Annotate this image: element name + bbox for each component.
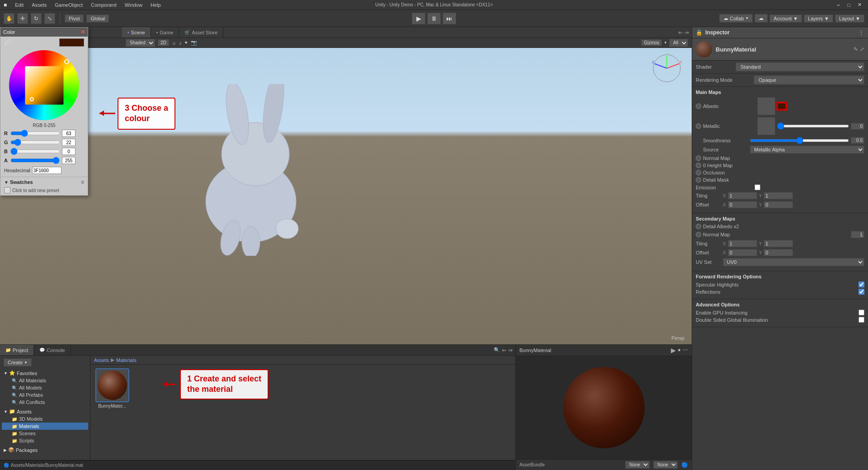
preview-light[interactable]: ● xyxy=(678,347,681,354)
a-slider[interactable] xyxy=(10,159,60,162)
proj-collapse[interactable]: ⇒ xyxy=(508,347,513,353)
all-materials-item[interactable]: 🔍 All Materials xyxy=(2,377,88,384)
offset-y[interactable] xyxy=(764,201,793,208)
all-dropdown[interactable]: All xyxy=(669,39,688,47)
color-picker-close[interactable]: ✕ xyxy=(80,29,85,35)
smoothness-slider[interactable] xyxy=(750,139,849,142)
3d-models-item[interactable]: 📁 3D Models xyxy=(2,415,88,423)
r-input[interactable] xyxy=(62,130,75,137)
b-slider[interactable] xyxy=(10,150,60,153)
search-project[interactable]: 🔍 xyxy=(494,347,500,353)
all-prefabs-item[interactable]: 🔍 All Prefabs xyxy=(2,391,88,399)
smoothness-value[interactable] xyxy=(851,137,864,144)
fx-icon[interactable]: ✦ xyxy=(184,40,188,46)
b-input[interactable] xyxy=(62,148,75,155)
collapse-hierarchy[interactable]: ⇐ xyxy=(678,29,683,36)
tool-scale[interactable]: ⤡ xyxy=(44,13,55,24)
reflections-checkbox[interactable] xyxy=(859,289,864,295)
a-input[interactable] xyxy=(62,157,75,164)
layers-button[interactable]: Layers ▼ xyxy=(804,14,833,23)
albedo-color-swatch[interactable] xyxy=(777,103,786,110)
sec-normal-value[interactable] xyxy=(851,231,864,238)
menu-help[interactable]: Help xyxy=(147,1,165,9)
metallic-texture-slot[interactable] xyxy=(757,117,775,135)
g-slider[interactable] xyxy=(10,141,60,144)
specular-checkbox[interactable] xyxy=(859,282,864,287)
scenes-item[interactable]: 📁 Scenes xyxy=(2,430,88,437)
preview-settings[interactable]: ⋯ xyxy=(683,347,688,354)
asset-bundle-expand[interactable]: 🔵 xyxy=(681,462,688,468)
step-button[interactable]: ⏭ xyxy=(443,13,456,24)
breadcrumb-materials[interactable]: Materials xyxy=(116,357,137,363)
game-tab[interactable]: ▪ Game xyxy=(151,27,179,38)
materials-item[interactable]: 📁 Materials xyxy=(2,423,88,430)
inspector-menu[interactable]: ⋮ xyxy=(858,29,864,36)
global-button[interactable]: Global xyxy=(86,14,109,23)
expand-scene[interactable]: ⇒ xyxy=(684,29,689,36)
layout-button[interactable]: Layout ▼ xyxy=(835,14,864,23)
metallic-slider[interactable] xyxy=(777,125,849,127)
lock-icon[interactable]: 🔒 xyxy=(696,29,703,36)
double-sided-checkbox[interactable] xyxy=(859,317,864,323)
sec-tiling-x[interactable] xyxy=(728,240,757,247)
create-button[interactable]: Create ▼ xyxy=(4,358,32,367)
add-preset[interactable]: Click to add new preset xyxy=(4,187,84,193)
close-btn[interactable]: ✕ xyxy=(855,2,864,8)
shading-dropdown[interactable]: Shaded xyxy=(126,39,155,47)
audio-icon[interactable]: ♪ xyxy=(179,40,182,46)
tiling-x[interactable] xyxy=(728,192,757,199)
pivot-button[interactable]: Pivot xyxy=(65,14,84,23)
wheel-cursor[interactable] xyxy=(64,59,69,64)
pause-button[interactable]: ⏸ xyxy=(427,13,441,24)
uv-set-dropdown[interactable]: UV0 xyxy=(723,258,864,266)
sec-offset-y[interactable] xyxy=(764,249,793,256)
source-dropdown[interactable]: Metallic Alpha xyxy=(750,146,864,154)
light-icon[interactable]: ☼ xyxy=(172,40,176,46)
metallic-value[interactable] xyxy=(851,123,864,130)
preview-play[interactable]: ▶ xyxy=(671,347,676,354)
scripts-item[interactable]: 📁 Scripts xyxy=(2,437,88,444)
swatches-menu[interactable]: ≡ xyxy=(81,179,84,185)
collab-button[interactable]: ☁ Collab ▼ xyxy=(719,14,753,23)
sec-offset-x[interactable] xyxy=(728,249,757,256)
play-button[interactable]: ▶ xyxy=(412,13,425,24)
g-input[interactable] xyxy=(62,139,75,146)
breadcrumb-assets[interactable]: Assets xyxy=(94,357,109,363)
asset-bundle-select[interactable]: None xyxy=(625,461,650,469)
gizmos-button[interactable]: Gizmos xyxy=(641,39,662,46)
rendering-mode-dropdown[interactable]: Opaque xyxy=(754,75,864,85)
cloud-button[interactable]: ☁ xyxy=(755,14,768,23)
albedo-texture-slot[interactable] xyxy=(757,97,775,115)
project-tab[interactable]: 📁 Project xyxy=(0,345,34,355)
2d-button[interactable]: 2D xyxy=(158,39,169,46)
menu-component[interactable]: Component xyxy=(87,1,120,9)
maximize-btn[interactable]: □ xyxy=(844,2,853,8)
all-models-item[interactable]: 🔍 All Models xyxy=(2,384,88,391)
menu-assets[interactable]: Assets xyxy=(28,1,50,9)
offset-x[interactable] xyxy=(728,201,757,208)
minimize-btn[interactable]: ‒ xyxy=(834,2,843,8)
shader-dropdown[interactable]: Standard xyxy=(736,62,864,71)
insp-icon2[interactable]: ⤢ xyxy=(860,46,864,52)
swatches-toggle[interactable]: ▼ xyxy=(4,180,9,185)
r-slider[interactable] xyxy=(10,132,60,135)
menu-edit[interactable]: Edit xyxy=(11,1,27,9)
all-conflicts-item[interactable]: 🔍 All Conflicts xyxy=(2,399,88,406)
hex-input[interactable] xyxy=(32,167,61,174)
sec-tiling-y[interactable] xyxy=(764,240,793,247)
tool-move[interactable]: ✛ xyxy=(17,13,28,24)
eyedropper-tool[interactable]: 🖊 xyxy=(4,38,11,47)
tiling-y[interactable] xyxy=(764,192,793,199)
account-button[interactable]: Account ▼ xyxy=(769,14,802,23)
tool-rotate[interactable]: ↻ xyxy=(31,13,42,24)
favorites-folder[interactable]: ▼ ⭐ Favorites xyxy=(2,369,88,377)
packages-folder[interactable]: ▶ 📦 Packages xyxy=(2,446,88,454)
proj-expand[interactable]: ⇐ xyxy=(502,347,506,353)
bunny-material-asset[interactable]: BunnyMater... xyxy=(94,368,130,409)
asset-store-tab[interactable]: 🛒 Asset Store xyxy=(179,27,223,38)
gpu-instancing-checkbox[interactable] xyxy=(859,310,864,315)
assets-folder[interactable]: ▼ 📁 Assets xyxy=(2,408,88,415)
triangle-cursor[interactable] xyxy=(30,97,34,101)
scene-tab[interactable]: ▪ Scene xyxy=(122,27,151,38)
gizmos-arrow[interactable]: ▼ xyxy=(664,41,667,45)
